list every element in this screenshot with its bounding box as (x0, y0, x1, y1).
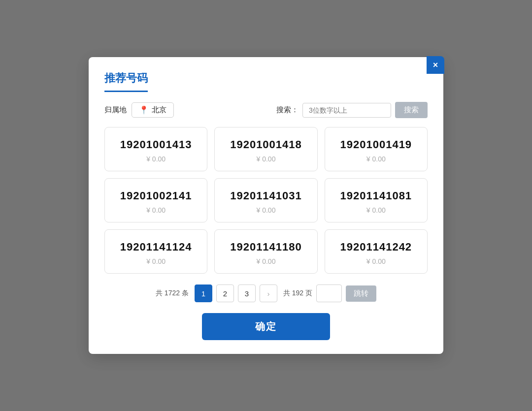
filter-right: 搜索： 搜索 (276, 102, 428, 118)
number-card[interactable]: 19201141031 ¥ 0.00 (214, 178, 317, 222)
number-grid: 19201001413 ¥ 0.00 19201001418 ¥ 0.00 19… (104, 127, 428, 274)
modal-dialog: × 推荐号码 归属地 📍 北京 搜索： 搜索 19201001413 (89, 57, 443, 354)
total-pages: 共 192 页 (283, 289, 312, 298)
page-btn-1[interactable]: 1 (195, 285, 212, 302)
number-price: ¥ 0.00 (330, 257, 422, 265)
filter-row: 归属地 📍 北京 搜索： 搜索 (104, 102, 428, 118)
number-price: ¥ 0.00 (220, 206, 312, 214)
modal-title: 推荐号码 (104, 71, 428, 102)
location-selector[interactable]: 📍 北京 (132, 102, 174, 118)
number-card[interactable]: 19201141124 ¥ 0.00 (104, 229, 207, 274)
page-next-arrow[interactable]: › (260, 285, 277, 302)
number-value: 19201141081 (330, 190, 422, 202)
number-value: 19201001413 (110, 138, 202, 151)
number-price: ¥ 0.00 (110, 257, 202, 265)
location-label: 归属地 (104, 105, 127, 115)
number-price: ¥ 0.00 (220, 155, 312, 163)
close-button[interactable]: × (427, 56, 444, 74)
page-buttons: 123› (195, 285, 277, 302)
search-button[interactable]: 搜索 (395, 102, 428, 118)
pagination-row: 共 1722 条 123› 共 192 页 跳转 (104, 285, 428, 302)
number-card[interactable]: 19201002141 ¥ 0.00 (104, 178, 207, 222)
jump-button[interactable]: 跳转 (346, 285, 376, 302)
number-value: 19201002141 (110, 190, 202, 202)
confirm-button[interactable]: 确定 (202, 313, 330, 340)
number-value: 19201001419 (330, 138, 422, 151)
number-card[interactable]: 19201001419 ¥ 0.00 (325, 127, 428, 171)
number-value: 19201141031 (220, 190, 312, 202)
search-label: 搜索： (276, 105, 299, 115)
number-price: ¥ 0.00 (330, 155, 422, 163)
modal-overlay: × 推荐号码 归属地 📍 北京 搜索： 搜索 19201001413 (0, 0, 532, 411)
number-price: ¥ 0.00 (220, 257, 312, 265)
location-icon: 📍 (139, 105, 149, 115)
search-input[interactable] (302, 103, 391, 118)
location-value: 北京 (152, 105, 166, 115)
number-card[interactable]: 19201001418 ¥ 0.00 (214, 127, 317, 171)
number-card[interactable]: 19201141180 ¥ 0.00 (214, 229, 317, 274)
number-value: 19201141242 (330, 241, 422, 253)
total-count: 共 1722 条 (156, 289, 189, 298)
number-price: ¥ 0.00 (110, 155, 202, 163)
number-card[interactable]: 19201141242 ¥ 0.00 (325, 229, 428, 274)
number-price: ¥ 0.00 (330, 206, 422, 214)
page-btn-3[interactable]: 3 (238, 285, 256, 302)
number-card[interactable]: 19201001413 ¥ 0.00 (104, 127, 207, 171)
page-jump-input[interactable] (316, 285, 342, 302)
number-value: 19201141124 (110, 241, 202, 253)
number-card[interactable]: 19201141081 ¥ 0.00 (325, 178, 428, 222)
number-value: 19201141180 (220, 241, 312, 253)
number-price: ¥ 0.00 (110, 206, 202, 214)
number-value: 19201001418 (220, 138, 312, 151)
filter-left: 归属地 📍 北京 (104, 102, 174, 118)
page-btn-2[interactable]: 2 (216, 285, 234, 302)
